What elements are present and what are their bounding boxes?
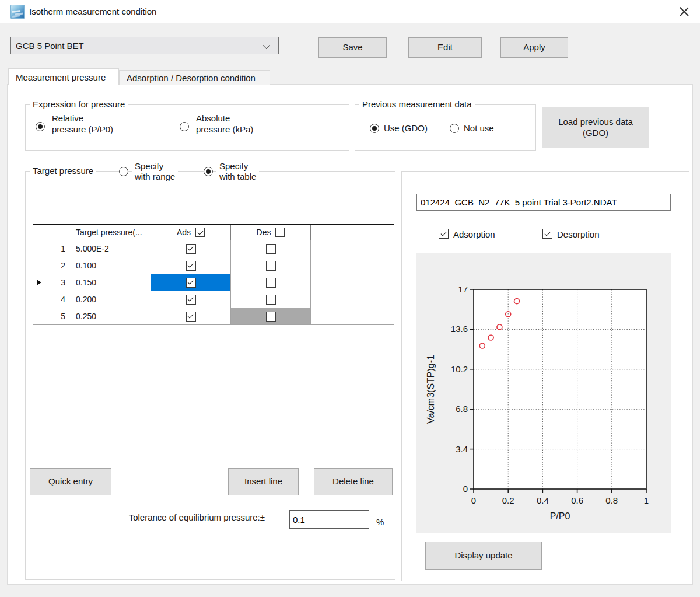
target-pressure-cell[interactable]: 0.150 (72, 274, 151, 291)
expression-group-title: Expression for pressure (30, 99, 128, 109)
svg-text:Va/cm3(STP)g-1: Va/cm3(STP)g-1 (426, 355, 436, 424)
row-header-cell[interactable]: 1 (33, 240, 72, 257)
ads-cell[interactable] (151, 257, 231, 274)
pressure-table: Target pressure(... Ads Des 15.000E-220.… (33, 224, 394, 460)
row-number: 5 (61, 312, 65, 321)
isotherm-chart: 00.20.40.60.8103.46.810.213.617P/P0Va/cm… (416, 253, 671, 533)
des-cell[interactable] (231, 240, 311, 257)
des-cell[interactable] (231, 308, 311, 324)
header-corner-cell (33, 225, 72, 240)
specify-with-table-radio[interactable] (204, 167, 213, 176)
specify-with-table-label: Specify with table (216, 161, 259, 182)
absolute-pressure-label: Absolute pressure (kPa) (196, 113, 253, 135)
absolute-pressure-radio[interactable] (180, 122, 189, 131)
table-row: 50.250 (33, 308, 394, 325)
apply-button[interactable]: Apply (501, 37, 568, 58)
current-row-marker-icon (37, 280, 41, 285)
previous-group-title: Previous measurement data (359, 99, 475, 109)
header-ads-cell: Ads (151, 225, 231, 240)
desorption-checkbox[interactable] (542, 229, 552, 239)
ads-header-label: Ads (177, 228, 191, 237)
delete-line-button[interactable]: Delete line (314, 468, 393, 495)
des-checkbox[interactable] (266, 278, 276, 288)
load-previous-data-button[interactable]: Load previous data (GDO) (542, 107, 649, 148)
data-file-name-box[interactable] (416, 194, 671, 211)
svg-text:0.4: 0.4 (537, 495, 549, 505)
row-header-cell[interactable]: 3 (33, 274, 72, 291)
ads-checkbox[interactable] (186, 244, 196, 254)
use-gdo-label: Use (GDO) (384, 123, 428, 133)
svg-text:0.8: 0.8 (606, 495, 618, 505)
des-checkbox[interactable] (266, 261, 276, 271)
ads-checkbox[interactable] (186, 295, 196, 305)
target-pressure-cell[interactable]: 0.200 (72, 291, 151, 308)
tolerance-label: Tolerance of equilibrium pressure:± (90, 512, 265, 522)
svg-text:0: 0 (471, 495, 476, 505)
des-cell[interactable] (231, 291, 311, 308)
tolerance-unit-label: % (376, 517, 384, 527)
ads-cell[interactable] (151, 274, 231, 291)
target-pressure-cell[interactable]: 0.250 (72, 308, 151, 324)
des-checkbox[interactable] (266, 244, 276, 254)
adsorption-checkbox[interactable] (439, 229, 449, 239)
svg-text:17: 17 (458, 284, 468, 294)
table-row: 30.150 (33, 274, 394, 291)
svg-text:6.8: 6.8 (456, 404, 468, 414)
ads-checkbox[interactable] (186, 312, 196, 322)
svg-text:0: 0 (463, 484, 468, 494)
ads-header-checkbox[interactable] (195, 228, 205, 237)
target-pressure-cell[interactable]: 5.000E-2 (72, 240, 151, 257)
svg-text:10.2: 10.2 (451, 364, 468, 374)
use-gdo-radio[interactable] (370, 124, 379, 133)
title-bar: Isotherm measurement condition (0, 0, 700, 23)
ads-cell[interactable] (151, 240, 231, 257)
row-number: 3 (61, 278, 65, 287)
quick-entry-button[interactable]: Quick entry (30, 468, 111, 495)
des-checkbox[interactable] (266, 295, 276, 305)
svg-text:1: 1 (644, 495, 649, 505)
svg-text:3.4: 3.4 (456, 444, 468, 454)
svg-text:0.6: 0.6 (571, 495, 583, 505)
pressure-table-header: Target pressure(... Ads Des (33, 225, 394, 240)
measurement-pressure-page: Expression for pressure Relative pressur… (7, 84, 693, 585)
not-use-label: Not use (464, 123, 494, 133)
close-icon[interactable] (678, 5, 691, 18)
insert-line-button[interactable]: Insert line (228, 468, 299, 495)
tab-adsorption-desorption[interactable]: Adsorption / Desorption condition (119, 70, 270, 85)
not-use-radio[interactable] (450, 124, 459, 133)
app-icon (10, 5, 24, 19)
table-row: 15.000E-2 (33, 240, 394, 257)
edit-button[interactable]: Edit (408, 37, 482, 58)
pressure-table-body: 15.000E-220.10030.15040.20050.250 (33, 240, 394, 325)
des-checkbox[interactable] (266, 312, 276, 322)
display-update-button[interactable]: Display update (425, 542, 542, 570)
preset-combobox[interactable]: GCB 5 Point BET (10, 37, 279, 54)
svg-text:0.2: 0.2 (502, 495, 514, 505)
adsorption-checkbox-label: Adsorption (453, 229, 495, 239)
tab-measurement-pressure[interactable]: Measurement pressure (8, 68, 119, 85)
relative-pressure-radio[interactable] (36, 122, 45, 131)
ads-checkbox[interactable] (186, 278, 196, 288)
table-row: 40.200 (33, 291, 394, 308)
save-button[interactable]: Save (318, 37, 387, 58)
row-header-cell[interactable]: 5 (33, 308, 72, 324)
des-cell[interactable] (231, 257, 311, 274)
target-pressure-cell[interactable]: 0.100 (72, 257, 151, 274)
des-header-label: Des (257, 228, 271, 237)
desorption-checkbox-label: Desorption (557, 229, 600, 239)
ads-checkbox[interactable] (186, 261, 196, 271)
ads-cell[interactable] (151, 291, 231, 308)
preview-panel: Adsorption Desorption 00.20.40.60.8103.4… (401, 171, 690, 581)
row-number: 4 (61, 295, 65, 304)
ads-cell[interactable] (151, 308, 231, 324)
relative-pressure-label: Relative pressure (P/P0) (52, 113, 113, 135)
header-pressure-cell: Target pressure(... (72, 225, 151, 240)
des-header-checkbox[interactable] (275, 228, 285, 237)
specify-with-range-radio[interactable] (119, 167, 128, 176)
row-header-cell[interactable]: 2 (33, 257, 72, 274)
des-cell[interactable] (231, 274, 311, 291)
preset-combobox-value: GCB 5 Point BET (16, 41, 84, 51)
row-header-cell[interactable]: 4 (33, 291, 72, 308)
tolerance-input[interactable] (289, 510, 369, 529)
previous-measurement-data-group (355, 104, 536, 151)
